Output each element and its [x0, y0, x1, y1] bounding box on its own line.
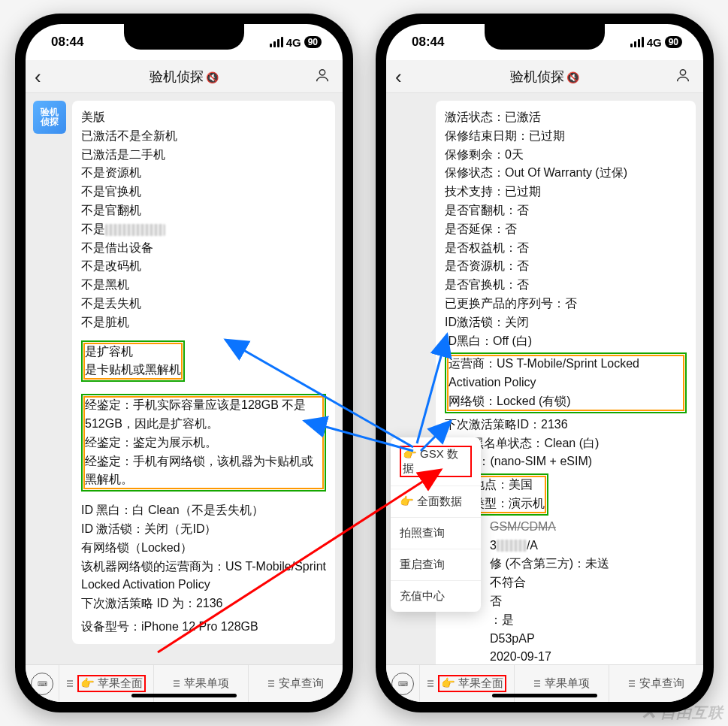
- svg-point-0: [319, 69, 325, 74]
- mute-icon: 🔇: [206, 71, 219, 83]
- watermark: ✕自由互联: [640, 701, 723, 724]
- text-line: 不是黑机: [81, 276, 326, 295]
- text-line: 美版: [81, 108, 326, 127]
- text-line: 保修状态：Out Of Warranty (过保): [445, 164, 687, 183]
- footer-android[interactable]: 安卓查询: [248, 665, 343, 702]
- signal-icon: [630, 37, 644, 47]
- text-line: 技术支持：已过期: [445, 183, 687, 201]
- text-line: 设备型号：iPhone 12 Pro 128GB: [81, 618, 326, 637]
- text-line: 保修剩余：0天: [445, 146, 687, 165]
- home-indicator[interactable]: [492, 694, 597, 697]
- text-line: 修 (不含第三方)：未送: [445, 555, 687, 573]
- text-line: 3/A: [445, 537, 687, 555]
- status-network: 4G: [286, 36, 301, 49]
- highlight-carrier: 运营商：US T-Mobile/Sprint Locked Activation…: [445, 352, 687, 413]
- popup-reboot[interactable]: 重启查询: [391, 549, 481, 581]
- status-time: 08:44: [51, 35, 83, 50]
- text-line: 已激活不是全新机: [81, 127, 326, 146]
- text-line: 不是: [81, 220, 326, 239]
- text-line: ID 激活锁：关闭（无ID）: [81, 520, 326, 539]
- text-line: 不符合: [445, 573, 687, 592]
- text-line: 运营商：US T-Mobile/Sprint Locked Activation…: [449, 355, 683, 392]
- text-line: 不是改码机: [81, 257, 326, 276]
- text-line: 否: [445, 592, 687, 611]
- popup-menu: 👉GSX 数据 👉全面数据 拍照查询 重启查询 充值中心: [391, 437, 481, 612]
- text-line: ID激活锁：关闭: [445, 313, 687, 332]
- redacted-text: [105, 224, 165, 236]
- signal-icon: [270, 37, 283, 47]
- avatar[interactable]: 验机侦探: [33, 101, 66, 134]
- text-line: 是否官换机：否: [445, 276, 687, 295]
- profile-icon[interactable]: [675, 67, 691, 86]
- battery-icon: 90: [304, 36, 322, 48]
- text-line: 经鉴定：手机有网络锁，该机器为卡贴机或黑解机。: [85, 452, 322, 490]
- text-line: 下次激活策略 ID 为：2136: [81, 594, 326, 613]
- text-line: 不是丢失机: [81, 295, 326, 313]
- text-line: 不是资源机: [81, 164, 326, 183]
- profile-icon[interactable]: [314, 67, 331, 86]
- back-icon[interactable]: ‹: [35, 67, 41, 86]
- highlight-verdict: 经鉴定：手机实际容量应该是128GB 不是 512GB，因此是扩容机。 经鉴定：…: [81, 394, 326, 492]
- footer-android[interactable]: 安卓查询: [609, 665, 703, 702]
- mute-icon: 🔇: [566, 71, 579, 83]
- status-time: 08:44: [412, 35, 444, 50]
- text-line: 不是借出设备: [81, 239, 326, 258]
- text-line: 不是官翻机: [81, 201, 326, 220]
- popup-photo[interactable]: 拍照查询: [391, 518, 481, 549]
- text-line: 经鉴定：鉴定为展示机。: [85, 434, 322, 452]
- text-line: 有网络锁（Locked）: [81, 539, 326, 558]
- nav-bar: ‹ 验机侦探🔇: [386, 60, 703, 93]
- text-line: 激活状态：已激活: [445, 108, 687, 127]
- svg-point-1: [680, 69, 685, 74]
- text-line: 2020-09-17: [445, 648, 687, 664]
- highlight-expansion: 是扩容机 是卡贴机或黑解机: [81, 340, 185, 383]
- text-line: 是卡贴机或黑解机: [85, 361, 181, 380]
- text-line: SIM卡：(nano-SIM + eSIM): [445, 452, 687, 471]
- text-line: 是否资源机：否: [445, 257, 687, 276]
- text-line: 保修结束日期：已过期: [445, 127, 687, 146]
- keyboard-icon[interactable]: ⌨: [386, 667, 419, 700]
- text-line: 是否权益机：否: [445, 239, 687, 258]
- home-indicator[interactable]: [131, 694, 237, 697]
- back-icon[interactable]: ‹: [395, 67, 402, 86]
- page-title: 验机侦探: [510, 69, 564, 84]
- text-line: 该机器网络锁的运营商为：US T-Mobile/Sprint Locked Ac…: [81, 558, 326, 595]
- text-line: 下次激活策略ID：2136: [445, 416, 687, 434]
- text-line: GSM黑名单状态：Clean (白): [445, 434, 687, 453]
- popup-gsx[interactable]: 👉GSX 数据: [391, 437, 481, 486]
- text-line: ：是: [445, 611, 687, 630]
- text-line: GSM/CDMA: [445, 518, 687, 537]
- text-line: ID黑白：Off (白): [445, 332, 687, 351]
- battery-icon: 90: [665, 36, 682, 48]
- text-line: D53pAP: [445, 630, 687, 649]
- text-line: 经鉴定：手机实际容量应该是128GB 不是 512GB，因此是扩容机。: [85, 396, 322, 434]
- text-line: 是否官翻机：否: [445, 201, 687, 220]
- text-line: 是否延保：否: [445, 220, 687, 239]
- page-title: 验机侦探: [150, 69, 204, 84]
- text-line: 是扩容机: [85, 343, 181, 361]
- popup-full[interactable]: 👉全面数据: [391, 486, 481, 518]
- popup-recharge[interactable]: 充值中心: [391, 581, 481, 612]
- text-line: 网络锁：Locked (有锁): [449, 392, 683, 411]
- text-line: 不是官换机: [81, 183, 326, 201]
- keyboard-icon[interactable]: ⌨: [26, 667, 59, 700]
- text-line: 已激活是二手机: [81, 146, 326, 165]
- text-line: ID 黑白：白 Clean（不是丢失机）: [81, 501, 326, 520]
- status-network: 4G: [647, 36, 662, 49]
- nav-bar: ‹ 验机侦探🔇: [26, 60, 343, 93]
- chat-message: 美版 已激活不是全新机 已激活是二手机 不是资源机 不是官换机 不是官翻机 不是…: [72, 101, 335, 644]
- text-line: 不是脏机: [81, 313, 326, 332]
- text-line: 已更换产品的序列号：否: [445, 295, 687, 313]
